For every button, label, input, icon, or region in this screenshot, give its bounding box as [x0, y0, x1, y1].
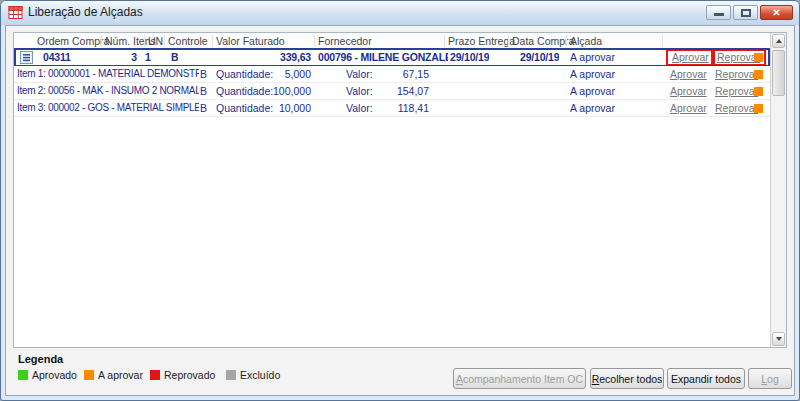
item-reprovar-link[interactable]: Reprovar — [715, 68, 758, 80]
legend-title: Legenda — [18, 353, 63, 365]
app-icon — [8, 5, 23, 20]
item-row[interactable]: Item 3: 000002 - GOS - MATERIAL SIMPLES … — [14, 100, 770, 117]
order-data-compra: 29/10/19 — [520, 51, 559, 63]
acompanhamento-item-oc-button[interactable]: Acompanhamento Item OC — [453, 368, 586, 389]
order-row[interactable]: 04311 3 1 B 339,63 000796 - MILENE GONZA… — [14, 49, 770, 66]
legend-label-aprovado: Aprovado — [32, 369, 77, 381]
expandir-todos-button[interactable]: Expandir todos — [667, 368, 745, 389]
column-separator — [508, 35, 509, 47]
close-button[interactable]: ✕ — [760, 5, 793, 20]
col-header-alcada[interactable]: Alçada — [570, 35, 602, 47]
order-num-itens: 3 — [119, 51, 137, 63]
item-row[interactable]: Item 2: 00056 - MAK - INSUMO 2 NORMAL B … — [14, 83, 770, 100]
recolher-todos-button[interactable]: Recolher todos — [590, 368, 664, 389]
item-quantidade-value: 100,000 — [244, 85, 311, 97]
status-square-a-aprovar — [754, 70, 763, 79]
column-separator — [212, 35, 213, 47]
maximize-button[interactable] — [733, 5, 758, 20]
close-icon: ✕ — [772, 7, 780, 18]
item-aprovar-link[interactable]: Aprovar — [670, 68, 707, 80]
item-valor-value: 67,15 — [374, 68, 429, 80]
order-expand-icon[interactable] — [20, 51, 33, 64]
item-valor-label: Valor: — [346, 102, 373, 114]
col-header-ordem-compra[interactable]: Ordem Compra — [37, 35, 109, 47]
item-valor-value: 118,41 — [374, 102, 429, 114]
item-label: Item 3: 000002 - GOS - MATERIAL SIMPLES — [17, 102, 199, 113]
legend-square-excluido — [226, 370, 236, 380]
legend-square-reprovado — [150, 370, 160, 380]
vertical-scrollbar[interactable] — [770, 33, 786, 347]
maximize-icon — [741, 9, 751, 17]
column-separator — [314, 35, 315, 47]
scrollbar-thumb[interactable] — [772, 50, 785, 96]
scroll-up-button[interactable] — [772, 34, 785, 48]
order-un: 1 — [145, 51, 151, 63]
column-separator — [662, 35, 663, 47]
status-square-a-aprovar — [754, 53, 763, 62]
app-window: Liberação de Alçadas ✕ Ordem Compra Núm.… — [0, 0, 800, 401]
window-controls: ✕ — [706, 5, 793, 20]
col-header-controle[interactable]: Controle — [168, 35, 208, 47]
item-row[interactable]: Item 1: 00000001 - MATERIAL DEMONSTRACAC… — [14, 66, 770, 83]
arrow-down-icon — [776, 337, 782, 341]
arrow-up-icon — [776, 39, 782, 43]
item-aprovar-link[interactable]: Aprovar — [670, 85, 707, 97]
status-square-a-aprovar — [754, 104, 763, 113]
column-separator — [144, 35, 145, 47]
item-reprovar-link[interactable]: Reprovar — [715, 85, 758, 97]
item-label: Item 2: 00056 - MAK - INSUMO 2 NORMAL — [17, 85, 199, 96]
order-fornecedor: 000796 - MILENE GONZALES VOII — [318, 51, 448, 63]
item-quantidade-value: 5,000 — [244, 68, 311, 80]
item-alcada-status: A aprovar — [570, 85, 615, 97]
column-separator — [164, 35, 165, 47]
order-alcada-status: A aprovar — [570, 51, 615, 63]
item-controle: B — [200, 102, 207, 114]
order-prazo-entrega: 29/10/19 — [450, 51, 489, 63]
item-alcada-status: A aprovar — [570, 102, 615, 114]
scroll-down-button[interactable] — [772, 332, 785, 346]
item-controle: B — [200, 85, 207, 97]
item-reprovar-link[interactable]: Reprovar — [715, 102, 758, 114]
item-quantidade-value: 10,000 — [244, 102, 311, 114]
order-controle: B — [171, 51, 178, 63]
legend-square-aprovado — [18, 370, 28, 380]
grid-header-row: Ordem Compra Núm. Itens UN Controle Valo… — [14, 33, 770, 49]
item-valor-label: Valor: — [346, 68, 373, 80]
item-label: Item 1: 00000001 - MATERIAL DEMONSTRACAC — [17, 68, 199, 79]
column-separator — [101, 35, 102, 47]
column-separator — [566, 35, 567, 47]
item-valor-label: Valor: — [346, 85, 373, 97]
minimize-icon — [714, 13, 724, 16]
col-header-valor-faturado[interactable]: Valor Faturado — [216, 35, 285, 47]
legend-label-reprovado: Reprovado — [164, 369, 215, 381]
item-alcada-status: A aprovar — [570, 68, 615, 80]
item-aprovar-link[interactable]: Aprovar — [670, 102, 707, 114]
client-area: Ordem Compra Núm. Itens UN Controle Valo… — [5, 25, 795, 396]
log-button[interactable]: Log — [748, 368, 792, 389]
order-aprovar-link[interactable]: Aprovar — [666, 49, 715, 66]
legend-label-excluido: Excluído — [240, 369, 280, 381]
legend-square-a-aprovar — [84, 370, 94, 380]
status-square-a-aprovar — [754, 87, 763, 96]
titlebar[interactable]: Liberação de Alçadas ✕ — [1, 1, 799, 25]
order-number: 04311 — [43, 51, 71, 63]
col-header-fornecedor[interactable]: Fornecedor — [318, 35, 372, 47]
item-controle: B — [200, 68, 207, 80]
column-separator — [444, 35, 445, 47]
col-header-prazo-entrega[interactable]: Prazo Entrega — [448, 35, 515, 47]
col-header-un[interactable]: UN — [148, 35, 163, 47]
window-title: Liberação de Alçadas — [28, 1, 143, 24]
alcadas-grid: Ordem Compra Núm. Itens UN Controle Valo… — [13, 32, 787, 348]
legend-label-a-aprovar: A aprovar — [98, 369, 143, 381]
item-valor-value: 154,07 — [374, 85, 429, 97]
order-valor-faturado: 339,63 — [216, 51, 311, 63]
minimize-button[interactable] — [706, 5, 731, 20]
